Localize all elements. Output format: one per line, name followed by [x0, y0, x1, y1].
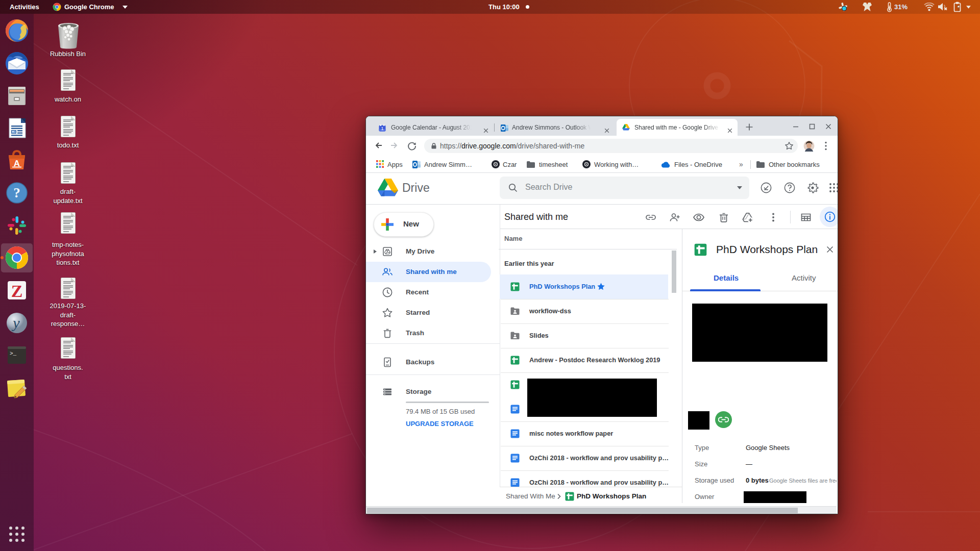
svg-text:y: y [11, 314, 20, 331]
svg-text:Z: Z [11, 282, 23, 300]
svg-text:?: ? [13, 185, 20, 201]
svg-text:>_: >_ [10, 350, 17, 357]
svg-text:1: 1 [381, 126, 383, 131]
